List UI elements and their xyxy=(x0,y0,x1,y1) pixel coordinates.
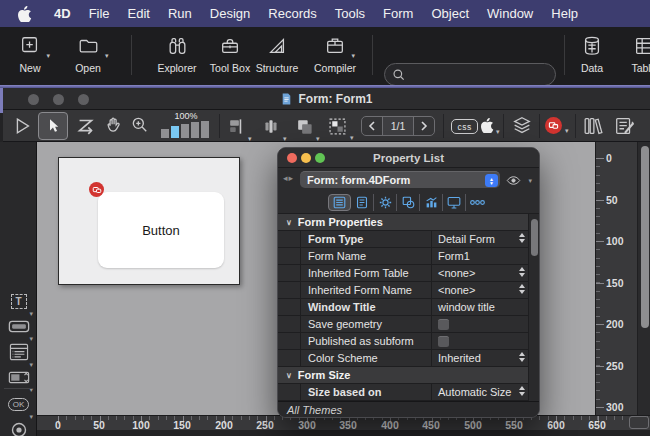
property-row-color-scheme[interactable]: Color Scheme Inherited xyxy=(278,350,539,367)
tab-charts[interactable] xyxy=(420,194,443,211)
horizontal-scrollbar[interactable] xyxy=(37,430,650,436)
css-preview-button[interactable]: css xyxy=(451,119,478,134)
palette-text-tool[interactable]: T ▾ xyxy=(0,290,37,312)
selector-stepper-icon[interactable]: ▲▼ xyxy=(485,174,498,187)
new-button[interactable]: ▾ New xyxy=(8,33,52,74)
toolbox-button[interactable]: Tool Box xyxy=(205,33,255,74)
object-nav-arrows[interactable]: ◂▸ xyxy=(283,173,294,183)
property-value[interactable] xyxy=(431,316,539,332)
menu-help[interactable]: Help xyxy=(542,6,587,21)
section-form-properties[interactable]: ∨ Form Properties xyxy=(278,214,539,231)
editor-titlebar[interactable]: Form: Form1 xyxy=(3,88,650,110)
previous-page-button[interactable] xyxy=(362,117,382,135)
tab-settings[interactable] xyxy=(374,194,397,211)
menu-object[interactable]: Object xyxy=(422,6,478,21)
stepper-icon[interactable] xyxy=(519,267,525,277)
property-row-window-title[interactable]: Window Title window title xyxy=(278,299,539,316)
stepper-icon[interactable] xyxy=(519,233,525,243)
property-value[interactable]: <none> xyxy=(431,282,539,298)
visibility-eye-button[interactable] xyxy=(506,172,521,190)
menu-edit[interactable]: Edit xyxy=(119,6,159,21)
section-form-size[interactable]: ∨ Form Size xyxy=(278,367,539,384)
vertical-scrollbar-thumb[interactable] xyxy=(641,146,649,328)
vertical-scrollbar[interactable] xyxy=(637,142,650,415)
property-value[interactable]: <none> xyxy=(431,265,539,281)
checkbox[interactable] xyxy=(438,319,449,330)
menu-tools[interactable]: Tools xyxy=(326,6,374,21)
form-button-object[interactable]: Button xyxy=(98,192,224,268)
form-wizard-button[interactable] xyxy=(613,115,636,137)
menu-run[interactable]: Run xyxy=(159,6,201,21)
tab-more[interactable] xyxy=(466,194,489,211)
property-value[interactable]: Inherited xyxy=(431,350,539,366)
menu-records[interactable]: Records xyxy=(259,6,325,21)
explorer-button[interactable]: Explorer xyxy=(149,33,205,74)
menu-4d[interactable]: 4D xyxy=(45,6,80,21)
display-options-button[interactable]: ▾ xyxy=(327,116,348,137)
property-row-size-based-on[interactable]: Size based on Automatic Size xyxy=(278,384,539,401)
zoom-bars-icon xyxy=(161,121,209,138)
checkbox[interactable] xyxy=(438,336,449,347)
property-value[interactable]: Form1 xyxy=(431,248,539,264)
property-row-form-type[interactable]: Form Type Detail Form xyxy=(278,231,539,248)
css-apple-icon[interactable]: ▾ xyxy=(481,118,494,133)
zoom-tool-button[interactable] xyxy=(130,115,150,135)
open-button[interactable]: ▾ Open xyxy=(64,33,112,74)
property-value[interactable]: window title xyxy=(431,299,539,315)
palette-button-tool[interactable]: OK ▾ xyxy=(0,393,37,415)
property-row-published-as-subform[interactable]: Published as subform xyxy=(278,333,539,350)
layers-button[interactable] xyxy=(511,115,533,137)
tab-form[interactable] xyxy=(351,194,374,211)
property-grid-scrollbar-thumb[interactable] xyxy=(531,219,538,256)
object-selector-dropdown[interactable]: Form: form.4DForm ▲▼ xyxy=(300,171,500,188)
palette-listbox-tool[interactable]: ▾ xyxy=(0,341,37,363)
palette-radio-tool[interactable]: ▾ xyxy=(0,419,37,436)
library-books-button[interactable] xyxy=(581,115,604,137)
palette-input-tool[interactable]: ▾ xyxy=(0,315,37,337)
property-row-save-geometry[interactable]: Save geometry xyxy=(278,316,539,333)
align-button[interactable]: ▾ xyxy=(227,117,246,136)
stepper-icon[interactable] xyxy=(519,284,525,294)
themes-footer[interactable]: All Themes xyxy=(278,401,539,417)
eye-caret-icon[interactable]: ▾ xyxy=(528,177,532,185)
menu-design[interactable]: Design xyxy=(201,6,259,21)
menu-window[interactable]: Window xyxy=(478,6,542,21)
data-button[interactable]: Data xyxy=(570,33,614,74)
palette-combo-tool[interactable]: ▾ xyxy=(0,366,37,388)
table-button[interactable]: Table xyxy=(622,33,650,74)
stepper-icon[interactable] xyxy=(519,386,525,396)
property-row-inherited-form-name[interactable]: Inherited Form Name <none> xyxy=(278,282,539,299)
selection-tool-button[interactable] xyxy=(38,112,68,140)
entry-order-tool-button[interactable] xyxy=(75,115,97,137)
distribute-button[interactable]: ▾ xyxy=(261,117,281,136)
find-in-design-input[interactable] xyxy=(384,63,556,86)
next-page-button[interactable] xyxy=(414,117,434,135)
menu-file[interactable]: File xyxy=(80,6,119,21)
duplicate-button[interactable]: ▾ xyxy=(295,117,314,136)
property-label: Form Type xyxy=(301,231,431,247)
structure-button[interactable]: Structure xyxy=(251,33,303,74)
apple-menu-icon[interactable] xyxy=(18,6,32,22)
minimize-icon[interactable] xyxy=(301,153,311,163)
property-value[interactable]: Automatic Size xyxy=(431,384,539,400)
pan-hand-tool-button[interactable] xyxy=(103,115,123,135)
object-event-badge[interactable] xyxy=(89,182,104,197)
property-grid-scrollbar[interactable] xyxy=(528,214,539,403)
tab-objects[interactable] xyxy=(397,194,420,211)
property-list-window[interactable]: Property List ◂▸ Form: form.4DForm ▲▼ ▾ xyxy=(277,147,540,418)
property-row-inherited-form-table[interactable]: Inherited Form Table <none> xyxy=(278,265,539,282)
property-list-titlebar[interactable]: Property List xyxy=(278,148,539,168)
stepper-icon[interactable] xyxy=(519,352,525,362)
maximize-icon[interactable] xyxy=(315,153,325,163)
property-value[interactable] xyxy=(431,333,539,349)
zoom-level-widget[interactable]: 100% xyxy=(158,111,214,141)
property-row-form-name[interactable]: Form Name Form1 xyxy=(278,248,539,265)
compiler-button[interactable]: ▾ Compiler xyxy=(308,33,362,74)
4d-badge-button[interactable]: ▾ xyxy=(545,117,562,134)
property-value[interactable]: Detail Form xyxy=(431,231,539,247)
menu-form[interactable]: Form xyxy=(374,6,422,21)
tab-all-properties[interactable] xyxy=(328,194,351,211)
tab-display[interactable] xyxy=(443,194,466,211)
execute-form-button[interactable] xyxy=(11,115,33,137)
close-icon[interactable] xyxy=(287,153,297,163)
